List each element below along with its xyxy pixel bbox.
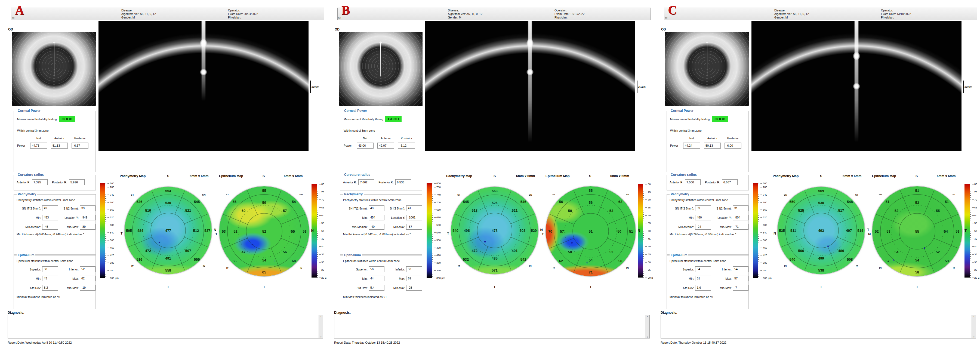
scroll-up-arrow[interactable]: ▲ bbox=[973, 316, 975, 318]
stat-row: Min-Median: -40 Min-Max: -87 bbox=[342, 224, 422, 230]
sector-value: 54 bbox=[292, 200, 296, 204]
sector-value: 60 bbox=[242, 209, 245, 213]
posterior-r-label: Posterior R: bbox=[705, 181, 720, 184]
min-max-value: -71 bbox=[733, 224, 748, 230]
oct-scale-bar: 250µm bbox=[310, 81, 319, 93]
scroll-down-arrow[interactable]: ▼ bbox=[973, 336, 975, 338]
section-title: Pachymetry bbox=[343, 192, 364, 196]
tick-label: 55 bbox=[972, 221, 977, 224]
oct-bscan-image bbox=[751, 21, 961, 151]
tick-label: 620 bbox=[760, 216, 767, 219]
tick-label: 65 bbox=[972, 206, 977, 209]
sector-value: 532 bbox=[463, 257, 469, 261]
oct-reflection-blob bbox=[200, 39, 207, 47]
tick-label: 20 µm bbox=[972, 276, 980, 279]
stat-label: Location Y: bbox=[711, 216, 732, 219]
diagnosis-textbox[interactable]: ▲ ▼ bbox=[8, 315, 323, 338]
stat-label: Min: bbox=[342, 216, 368, 219]
tick-label: 540 bbox=[107, 231, 114, 234]
power-values-row: Power 44.24 50.13 -6.00 bbox=[670, 143, 741, 149]
diagnosis-textbox[interactable]: ▲ ▼ bbox=[660, 315, 976, 338]
patient-info-column: Disease: Algorithm Ver: A6, 11, 0, 12 Ge… bbox=[774, 9, 809, 19]
scale-tick-line bbox=[963, 81, 964, 93]
posterior-power-value: -6.12 bbox=[398, 143, 415, 149]
operator-field: Operator: bbox=[554, 9, 584, 12]
stat-label: Std Dev: bbox=[668, 286, 694, 289]
tick-label: 340 bbox=[760, 269, 767, 272]
scale-tick-line bbox=[310, 81, 311, 93]
stat-label: S-I(2-5mm): bbox=[58, 207, 79, 210]
tick-label: 45 bbox=[972, 237, 977, 240]
posterior-header: Posterior bbox=[724, 137, 741, 140]
std-dev-value: 5.2 bbox=[42, 285, 58, 291]
inferior-orientation-label: I bbox=[590, 285, 591, 289]
stat-label: Min-Max: bbox=[58, 225, 79, 229]
min-thickness-value: 453 bbox=[42, 215, 58, 221]
reliability-rating-row: Measurement Reliability Rating GOOD bbox=[344, 116, 420, 122]
sector-value: 536 bbox=[137, 200, 143, 204]
tick-label: 780 bbox=[760, 185, 767, 188]
reliability-rating-row: Measurement Reliability Rating GOOD bbox=[670, 116, 746, 122]
tick-label: 45 bbox=[319, 237, 324, 240]
sector-value: 59 bbox=[262, 200, 266, 205]
sector-value: 545 bbox=[463, 200, 469, 204]
tick-label: 800 bbox=[434, 182, 441, 185]
sector-value: 558 bbox=[165, 268, 171, 272]
max-thickness-marker: + bbox=[274, 258, 277, 264]
scrollbar[interactable]: ▲ ▼ bbox=[645, 315, 649, 338]
exam-info-column: Operator: Exam Date: 20/04/2022 Physicia… bbox=[228, 9, 258, 19]
scrollbar[interactable]: ▲ ▼ bbox=[318, 315, 323, 338]
sector-value: 51 bbox=[589, 229, 593, 233]
sector-value: 50 bbox=[568, 250, 572, 254]
anterior-power-value: 50.13 bbox=[704, 143, 721, 149]
map-size-label: 6mm x 6mm bbox=[189, 174, 208, 178]
side-orientation-label: T bbox=[542, 232, 544, 236]
epithelium-map: 51 56 53 50 52 54 50 57 58 55 62 51 58 7… bbox=[546, 186, 636, 276]
physician-field: Physician: bbox=[881, 16, 911, 19]
stat-label: Superior: bbox=[342, 268, 368, 271]
epithelium-map-title: Epithelium Map bbox=[872, 174, 896, 178]
power-values-row: Power 43.06 49.07 -6.12 bbox=[344, 143, 415, 149]
sector-value: 507 bbox=[185, 248, 191, 253]
eye-photo bbox=[339, 32, 423, 106]
posterior-r-value: 5.996 bbox=[69, 179, 84, 185]
section-subtitle: Pachymetry statistics within central 5mm… bbox=[343, 199, 402, 202]
sector-value: 472 bbox=[472, 248, 478, 253]
anterior-power-value: 49.07 bbox=[377, 143, 394, 149]
epi-min-value: 44 bbox=[369, 276, 385, 281]
zone-note: Within central 3mm zone bbox=[344, 129, 375, 132]
tick-label: 55 bbox=[645, 221, 651, 224]
inferior-value: 52 bbox=[80, 266, 95, 272]
stat-row: Min: 43 Max: 62 bbox=[15, 276, 95, 281]
sector-value: 512 bbox=[193, 229, 199, 233]
anterior-r-value: 7.325 bbox=[32, 179, 48, 185]
tick-label: 460 bbox=[760, 246, 767, 249]
diagnosis-textbox[interactable]: ▲ ▼ bbox=[334, 315, 650, 338]
sector-value: 496 bbox=[464, 229, 470, 233]
scroll-down-arrow[interactable]: ▼ bbox=[646, 336, 648, 338]
anterior-header: Anterior bbox=[377, 137, 394, 140]
pachymetry-map-title: Pachymetry Map bbox=[446, 174, 472, 178]
scrollbar[interactable]: ▲ ▼ bbox=[972, 315, 976, 338]
oct-vertical-flare bbox=[854, 21, 858, 143]
scale-label: 250µm bbox=[312, 86, 319, 88]
sector-value: 526 bbox=[492, 200, 498, 205]
epithelium-map-title: Epithelium Map bbox=[546, 174, 570, 178]
scroll-down-arrow[interactable]: ▼ bbox=[320, 336, 322, 338]
sector-value: 58 bbox=[619, 259, 622, 263]
tick-label: 25 bbox=[319, 268, 324, 271]
sector-value: 51 bbox=[629, 229, 633, 233]
scroll-up-arrow[interactable]: ▲ bbox=[646, 316, 648, 318]
side-orientation-label: T bbox=[215, 232, 217, 236]
tick-label: 35 bbox=[972, 253, 977, 256]
tick-label: 30 bbox=[645, 260, 651, 264]
sn-it-value: 49 bbox=[42, 205, 58, 211]
sector-value: 53 bbox=[222, 229, 226, 233]
scan-direction-marker bbox=[707, 43, 707, 76]
stat-label: Max: bbox=[711, 277, 732, 280]
scroll-up-arrow[interactable]: ▲ bbox=[320, 316, 322, 318]
epithelium-stats-section: Epithelium Epithelium statistics within … bbox=[667, 255, 749, 309]
anterior-r-value: 7.662 bbox=[358, 179, 374, 185]
stat-row: Min-Median: -24 Min-Max: -71 bbox=[668, 224, 748, 230]
sector-value: 52 bbox=[234, 229, 237, 233]
